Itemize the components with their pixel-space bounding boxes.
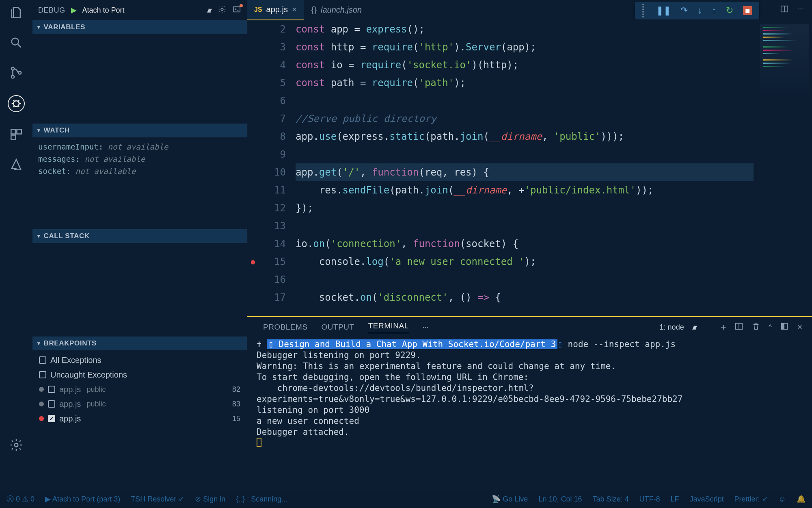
- bp-all-exceptions[interactable]: All Exceptions: [34, 353, 245, 367]
- status-resolver[interactable]: TSH Resolver ✓: [131, 495, 184, 504]
- new-terminal-icon[interactable]: +: [721, 321, 726, 333]
- restart-icon[interactable]: ↻: [726, 5, 733, 16]
- bp-all-label: All Exceptions: [50, 356, 102, 365]
- editor-area: JS app.js × {} launch.json ··· ❚❚ ↷ ↓ ↑ …: [247, 0, 812, 490]
- status-launch-config[interactable]: ▶ Atach to Port (part 3): [45, 495, 120, 504]
- toolbar-drag-handle[interactable]: [642, 4, 646, 17]
- step-out-icon[interactable]: ↑: [712, 5, 716, 16]
- variables-label: VARIABLES: [44, 23, 85, 31]
- config-dropdown-icon[interactable]: ▴▾: [207, 6, 209, 15]
- status-prettier[interactable]: Prettier: ✓: [734, 495, 768, 504]
- azure-icon[interactable]: [9, 157, 24, 172]
- code-editor[interactable]: ● 234567891011121314151617 const app = e…: [247, 20, 812, 316]
- callstack-panel: [32, 243, 247, 336]
- more-actions-icon[interactable]: ···: [798, 4, 804, 15]
- status-feedback-icon[interactable]: ☺: [779, 495, 786, 504]
- status-cursor-pos[interactable]: Ln 10, Col 16: [538, 495, 582, 504]
- debug-header: DEBUG ▶ Atach to Port ▴▾: [32, 0, 247, 20]
- json-brace-icon: {}: [311, 5, 317, 15]
- breakpoint-dot-icon: [39, 402, 44, 406]
- watch-header[interactable]: ▾WATCH: [32, 124, 247, 137]
- bp-line: 83: [232, 400, 240, 408]
- breakpoint-gutter[interactable]: ●: [247, 20, 259, 316]
- watch-label: WATCH: [44, 126, 70, 135]
- split-terminal-icon[interactable]: [734, 322, 743, 333]
- debug-config-select[interactable]: Atach to Port: [82, 6, 201, 15]
- debug-label: DEBUG: [38, 6, 65, 15]
- debug-icon[interactable]: [8, 95, 25, 112]
- status-bell-icon[interactable]: 🔔: [797, 495, 806, 504]
- line-number-gutter: 234567891011121314151617: [259, 20, 294, 316]
- status-bar: ⓧ 0 ⚠ 0 ▶ Atach to Port (part 3) TSH Res…: [0, 490, 812, 508]
- watch-item[interactable]: socket: not available: [38, 165, 241, 177]
- pause-icon[interactable]: ❚❚: [656, 5, 671, 16]
- status-sign-in[interactable]: ⊘ Sign in: [195, 495, 225, 504]
- bp-line: 15: [232, 415, 240, 423]
- panel-tabs: PROBLEMS OUTPUT TERMINAL ··· 1: node ▴▾ …: [247, 317, 812, 337]
- status-encoding[interactable]: UTF-8: [639, 495, 660, 504]
- panel-tab-problems[interactable]: PROBLEMS: [263, 323, 308, 332]
- source-control-icon[interactable]: [9, 65, 24, 80]
- watch-panel: usernameInput: not availablemessages: no…: [32, 137, 247, 229]
- bp-path: public: [86, 400, 106, 408]
- watch-item[interactable]: messages: not available: [38, 153, 241, 165]
- breakpoint-checkbox[interactable]: [48, 415, 55, 422]
- variables-header[interactable]: ▾VARIABLES: [32, 20, 247, 34]
- breakpoint-item[interactable]: app.js15: [34, 411, 245, 426]
- terminal-body[interactable]: ✝ ▯ Design and Build a Chat App With Soc…: [247, 337, 812, 490]
- svg-point-2: [11, 75, 14, 78]
- tab-label: launch.json: [321, 5, 362, 15]
- svg-rect-7: [11, 135, 15, 139]
- tab-app-js[interactable]: JS app.js ×: [247, 0, 304, 20]
- start-debug-icon[interactable]: ▶: [71, 6, 77, 15]
- files-icon[interactable]: [9, 5, 24, 20]
- status-errors[interactable]: ⓧ 0 ⚠ 0: [6, 494, 35, 504]
- breakpoint-dot-icon: [39, 387, 44, 392]
- debug-toolbar[interactable]: ❚❚ ↷ ↓ ↑ ↻ ◼: [635, 2, 759, 20]
- panel-tab-output[interactable]: OUTPUT: [322, 323, 354, 332]
- step-over-icon[interactable]: ↷: [680, 5, 688, 16]
- status-language[interactable]: JavaScript: [690, 495, 724, 504]
- panel-up-icon[interactable]: ^: [769, 323, 772, 332]
- search-icon[interactable]: [9, 35, 24, 50]
- breakpoint-item[interactable]: app.jspublic82: [34, 382, 245, 397]
- status-eol[interactable]: LF: [671, 495, 679, 504]
- watch-item[interactable]: usernameInput: not available: [38, 141, 241, 153]
- debug-settings-gear-icon[interactable]: [218, 5, 227, 16]
- step-into-icon[interactable]: ↓: [698, 5, 702, 16]
- bp-uncaught-exceptions[interactable]: Uncaught Exceptions: [34, 367, 245, 382]
- callstack-label: CALL STACK: [44, 232, 90, 240]
- minimap[interactable]: [760, 24, 809, 114]
- breakpoints-label: BREAKPOINTS: [44, 339, 97, 347]
- bp-line: 82: [232, 385, 240, 394]
- svg-point-8: [15, 443, 18, 447]
- breakpoint-checkbox[interactable]: [48, 386, 55, 393]
- status-scanning[interactable]: {..} : Scanning...: [236, 495, 287, 504]
- breakpoint-item[interactable]: app.jspublic83: [34, 397, 245, 411]
- extensions-icon[interactable]: [9, 127, 24, 142]
- panel-tab-terminal[interactable]: TERMINAL: [368, 321, 409, 333]
- bp-file: app.js: [59, 399, 81, 409]
- callstack-header[interactable]: ▾CALL STACK: [32, 229, 247, 243]
- kill-terminal-icon[interactable]: [752, 322, 760, 333]
- panel-more-icon[interactable]: ···: [423, 323, 429, 332]
- svg-rect-14: [782, 323, 784, 329]
- terminal-select[interactable]: 1: node ▴▾: [660, 323, 695, 332]
- close-panel-icon[interactable]: ×: [797, 322, 802, 332]
- svg-point-0: [12, 38, 19, 45]
- code-content[interactable]: const app = express();const http = requi…: [294, 20, 812, 316]
- split-editor-icon[interactable]: [780, 4, 789, 15]
- breakpoint-checkbox[interactable]: [48, 400, 55, 408]
- js-badge-icon: JS: [254, 6, 262, 13]
- settings-gear-icon[interactable]: [9, 437, 24, 453]
- status-tab-size[interactable]: Tab Size: 4: [592, 495, 628, 504]
- stop-icon[interactable]: ◼: [743, 6, 752, 15]
- tab-close-icon[interactable]: ×: [292, 5, 297, 14]
- tab-launch-json[interactable]: {} launch.json: [304, 0, 369, 20]
- breakpoint-dot-icon: [39, 416, 44, 421]
- breakpoints-header[interactable]: ▾BREAKPOINTS: [32, 336, 247, 350]
- bp-file: app.js: [59, 414, 81, 423]
- debug-console-icon[interactable]: [232, 5, 241, 16]
- maximize-panel-icon[interactable]: [780, 322, 789, 333]
- status-go-live[interactable]: 📡 Go Live: [492, 495, 528, 504]
